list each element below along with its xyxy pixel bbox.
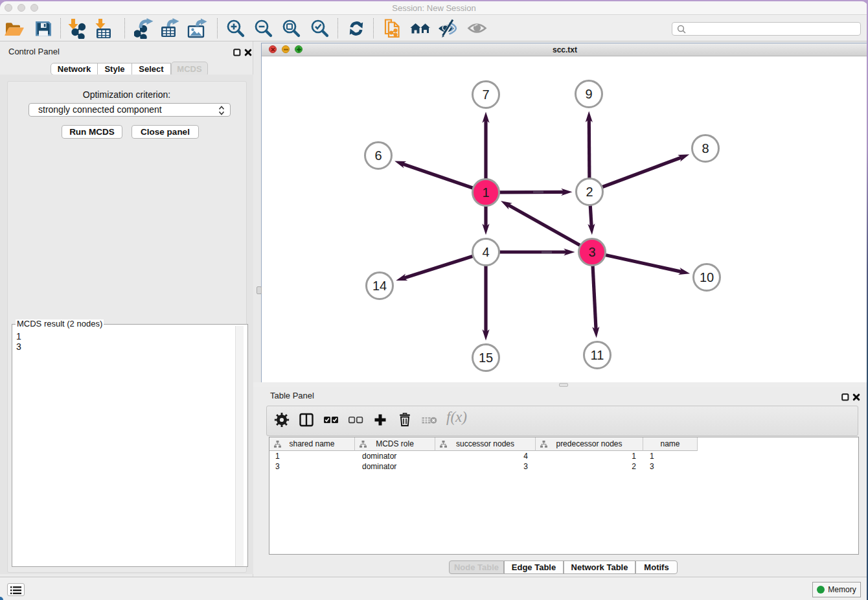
svg-text:1: 1 [482, 185, 489, 200]
svg-text:11: 11 [591, 348, 604, 362]
svg-text:7: 7 [482, 87, 489, 102]
svg-text:9: 9 [585, 87, 592, 101]
svg-text:2: 2 [586, 185, 593, 199]
svg-text:4: 4 [482, 245, 489, 259]
svg-text:15: 15 [479, 351, 493, 365]
svg-text:10: 10 [700, 270, 714, 284]
svg-text:14: 14 [372, 279, 387, 293]
svg-text:3: 3 [588, 245, 595, 259]
svg-text:8: 8 [702, 141, 709, 156]
svg-text:6: 6 [374, 148, 382, 163]
